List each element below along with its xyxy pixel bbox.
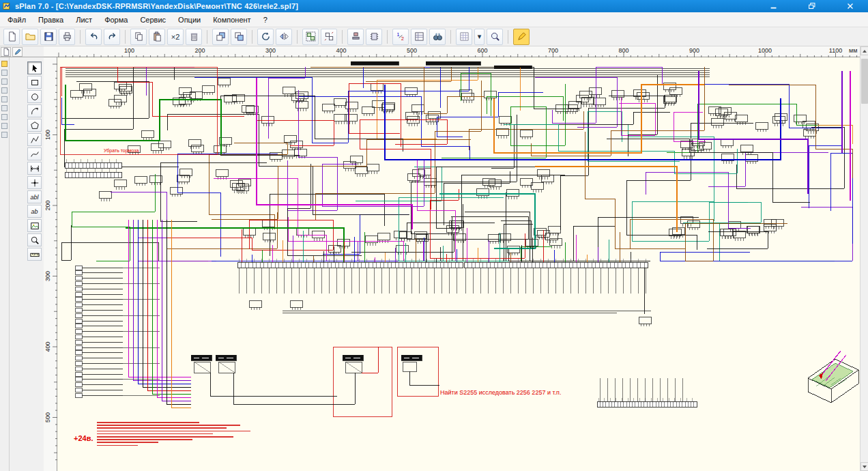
toolbar-separator [125, 30, 126, 44]
duplicate-label: ×2 [171, 33, 180, 41]
svg-text:500: 500 [44, 412, 51, 423]
zoom-tool-button[interactable] [27, 233, 42, 246]
image-tool-button[interactable] [27, 219, 42, 232]
zoom-window-button[interactable] [487, 29, 503, 45]
scrollbar-thumb[interactable] [861, 59, 868, 104]
toolbar-separator [252, 30, 252, 44]
text-tool-label: abl [30, 194, 38, 201]
menu-item-0[interactable]: Файл [1, 14, 32, 26]
close-icon[interactable] [842, 1, 858, 11]
svg-text:2: 2 [401, 36, 403, 41]
print-button[interactable] [59, 29, 75, 45]
svg-text:900: 900 [689, 47, 699, 54]
sheet-strip-icon[interactable] [1, 132, 8, 138]
svg-text:400: 400 [336, 47, 346, 54]
arc-tool-button[interactable] [27, 104, 42, 117]
toolbar-separator [207, 30, 207, 44]
bezier-tool-button[interactable] [27, 147, 42, 160]
menu-item-5[interactable]: Опции [172, 14, 207, 26]
paste-button[interactable] [149, 29, 165, 45]
polygon-tool-button[interactable] [27, 119, 42, 132]
vertical-scrollbar[interactable] [860, 46, 868, 471]
grid-dropdown-button[interactable]: ▾ [474, 29, 484, 45]
sheet-strip-icon[interactable] [1, 61, 8, 67]
edit-mode-button[interactable] [12, 47, 23, 57]
menu-item-4[interactable]: Сервис [134, 14, 172, 26]
measure-tool-button[interactable] [27, 248, 42, 261]
toolbar-separator [297, 30, 298, 44]
annotation-brake-note: Убрать тормоза [104, 148, 139, 153]
menu-item-7[interactable]: ? [257, 14, 274, 26]
new-button[interactable] [3, 29, 20, 45]
app-icon [3, 2, 12, 11]
send-to-back-button[interactable] [231, 29, 247, 45]
sheet-strip-icon[interactable] [1, 96, 8, 102]
svg-text:200: 200 [194, 47, 205, 54]
sheet-strip-icon[interactable] [1, 87, 8, 94]
dimension-tool-button[interactable] [27, 162, 42, 175]
scroll-down-icon[interactable] [860, 462, 868, 471]
menu-item-1[interactable]: Правка [32, 14, 70, 26]
renumber-button[interactable]: 12 [392, 29, 409, 45]
undo-button[interactable] [85, 29, 102, 45]
stamp-button[interactable] [347, 29, 364, 45]
svg-text:мм: мм [849, 47, 857, 54]
text-block-tool-button[interactable]: ab [27, 205, 42, 218]
svg-text:1: 1 [396, 32, 399, 37]
menu-item-2[interactable]: Лист [70, 14, 98, 26]
rectangle-tool-button[interactable] [27, 76, 42, 89]
horizontal-ruler: 10020030040050060070080090010001100мм [44, 46, 860, 57]
tool-palette: ablab [10, 57, 44, 471]
open-button[interactable] [22, 29, 38, 45]
scroll-up-icon[interactable] [860, 46, 868, 55]
component-button[interactable] [366, 29, 382, 45]
toolbar-separator [508, 30, 508, 44]
save-button[interactable] [40, 29, 57, 45]
highlighter-button[interactable] [513, 29, 530, 45]
sheet-strip-icon[interactable] [1, 78, 8, 85]
group-button[interactable] [302, 29, 319, 45]
parts-list-button[interactable] [411, 29, 427, 45]
select-tool-button[interactable] [27, 61, 42, 74]
menu-item-3[interactable]: Форма [98, 14, 134, 26]
grid-button[interactable] [456, 29, 472, 45]
splan-window: sPlan 7.0 - [C:\YandexDSK-RPRMSR\YandexD… [0, 0, 868, 471]
svg-text:700: 700 [548, 47, 558, 54]
toolbar: ×212▾ [0, 27, 868, 46]
sheet-strip-icon[interactable] [1, 123, 8, 129]
toolbar-separator [387, 30, 388, 44]
sheet-strip-icon[interactable] [1, 70, 8, 76]
sheet-tab-strip [0, 57, 10, 471]
duplicate-button[interactable]: ×2 [167, 29, 184, 45]
toolbar-separator [342, 30, 343, 44]
sheet-strip-icon[interactable] [1, 114, 8, 120]
text-tool-button[interactable]: abl [27, 190, 42, 203]
copy-button[interactable] [130, 29, 147, 45]
node-tool-button[interactable] [27, 176, 42, 189]
svg-text:300: 300 [265, 47, 276, 54]
ruler-corner [0, 46, 44, 57]
rotate-button[interactable] [257, 29, 274, 45]
svg-text:100: 100 [124, 47, 134, 54]
minimize-icon[interactable] [766, 1, 782, 11]
toolbar-separator [80, 30, 81, 44]
ungroup-button[interactable] [321, 29, 337, 45]
schematic-canvas[interactable]: Найти S2255 исследовать 2256 2257 и т.п.… [57, 57, 860, 471]
restore-icon[interactable] [804, 1, 820, 11]
horizontal-ruler-scale: 10020030040050060070080090010001100мм [44, 46, 860, 57]
sheet-settings-button[interactable] [1, 47, 11, 57]
svg-text:200: 200 [44, 200, 51, 210]
find-button[interactable] [429, 29, 446, 45]
delete-button[interactable] [186, 29, 202, 45]
svg-text:500: 500 [407, 47, 417, 54]
polyline-tool-button[interactable] [27, 133, 42, 146]
bring-to-front-button[interactable] [212, 29, 229, 45]
sheet-strip-icon[interactable] [1, 105, 8, 111]
menu-bar: ФайлПравкаЛистФормаСервисОпцииКомпонент? [0, 12, 868, 27]
annotation-power-label: +24в. [74, 434, 93, 442]
mirror-button[interactable] [276, 29, 292, 45]
menu-item-6[interactable]: Компонент [207, 14, 257, 26]
redo-button[interactable] [104, 29, 120, 45]
window-controls [766, 1, 858, 11]
ellipse-tool-button[interactable] [27, 90, 42, 103]
